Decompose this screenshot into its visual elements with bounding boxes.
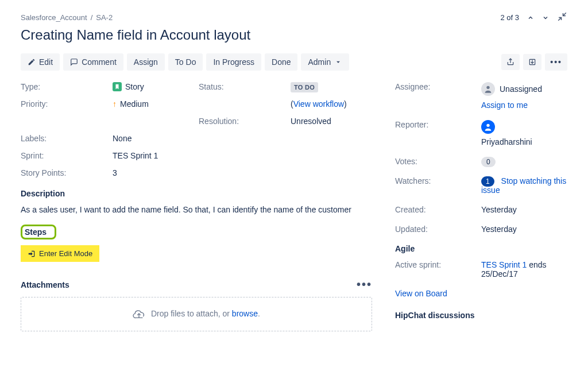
status-label: Status:: [199, 82, 291, 91]
resolution-value: Unresolved: [291, 117, 372, 126]
description-text: As a sales user, I want to add the name …: [21, 204, 372, 215]
pager-next[interactable]: [542, 14, 549, 21]
assign-button[interactable]: Assign: [127, 53, 165, 71]
main-column: Type: Story Status: TO DO Priority: ↑ Me…: [21, 82, 372, 331]
votes-badge: 0: [481, 157, 496, 167]
todo-button[interactable]: To Do: [168, 53, 203, 71]
svg-point-7: [486, 124, 489, 127]
status-lozenge: TO DO: [291, 82, 318, 92]
done-button[interactable]: Done: [265, 53, 297, 71]
comment-icon: [70, 58, 78, 66]
side-column: Assignee: Unassigned Assign to me Report…: [395, 82, 567, 331]
comment-button-label: Comment: [82, 57, 117, 67]
status-value: TO DO: [291, 82, 372, 91]
pager-prev[interactable]: [527, 14, 534, 21]
reporter-value: Priyadharshini: [481, 137, 567, 146]
hipchat-section-title: HipChat discussions: [395, 311, 567, 320]
agile-section-title: Agile: [395, 244, 567, 253]
view-on-board-link[interactable]: View on Board: [395, 289, 447, 298]
breadcrumb-row: Salesforce_Account / SA-2 2 of 3: [21, 11, 567, 24]
type-value: Story: [113, 82, 199, 91]
priority-icon: ↑: [113, 99, 117, 109]
reporter-value-row: [481, 120, 567, 134]
votes-label: Votes:: [395, 157, 481, 166]
enter-edit-mode-label: Enter Edit Mode: [39, 249, 92, 258]
assignee-value-row: Unassigned: [481, 82, 567, 96]
attachments-title: Attachments: [21, 280, 69, 289]
more-actions-button[interactable]: •••: [545, 53, 567, 71]
admin-dropdown[interactable]: Admin: [301, 53, 349, 71]
view-workflow-link[interactable]: View workflow: [293, 99, 344, 109]
labels-label: Labels:: [21, 134, 113, 143]
export-button[interactable]: [523, 54, 541, 70]
breadcrumb-separator: /: [91, 13, 93, 22]
upload-icon: [133, 308, 145, 320]
created-value: Yesterday: [481, 205, 567, 214]
active-sprint-label: Active sprint:: [395, 260, 481, 269]
more-icon: •••: [550, 57, 562, 67]
steps-title: Steps: [21, 225, 56, 239]
resolution-label: Resolution:: [199, 117, 291, 126]
pencil-icon: [28, 58, 36, 66]
sprint-label: Sprint:: [21, 151, 113, 160]
updated-label: Updated:: [395, 225, 481, 234]
chevron-down-icon: [334, 58, 342, 66]
assignee-label: Assignee:: [395, 82, 481, 91]
updated-value: Yesterday: [481, 225, 567, 234]
priority-label: Priority:: [21, 99, 113, 109]
dropzone-text: Drop files to attach, or: [151, 309, 232, 318]
pager-text: 2 of 3: [500, 13, 519, 22]
svg-point-6: [486, 86, 489, 89]
assign-to-me-link[interactable]: Assign to me: [481, 100, 528, 110]
enter-icon: [28, 250, 36, 258]
type-label: Type:: [21, 82, 113, 91]
created-label: Created:: [395, 205, 481, 214]
description-title: Description: [21, 189, 372, 198]
enter-edit-mode-button[interactable]: Enter Edit Mode: [21, 245, 99, 262]
story-points-value: 3: [113, 168, 372, 177]
breadcrumb-project[interactable]: Salesforce_Account: [21, 13, 87, 22]
sprint-value: TES Sprint 1: [113, 151, 372, 160]
breadcrumb-issue-key[interactable]: SA-2: [96, 13, 113, 22]
priority-value: ↑ Medium: [113, 99, 199, 109]
edit-button-label: Edit: [39, 57, 53, 67]
export-icon: [528, 58, 536, 66]
toolbar: Edit Comment Assign To Do In Progress Do…: [21, 53, 567, 71]
page-title: Creating Name field in Account layout: [21, 27, 567, 43]
svg-line-1: [563, 13, 566, 16]
reporter-label: Reporter:: [395, 120, 481, 129]
watchers-label: Watchers:: [395, 176, 481, 185]
attachments-dropzone[interactable]: Drop files to attach, or browse.: [21, 297, 372, 331]
share-icon: [506, 58, 514, 66]
share-button[interactable]: [501, 54, 520, 70]
view-workflow-cell: (View workflow): [291, 99, 372, 109]
story-points-label: Story Points:: [21, 168, 113, 177]
in-progress-button[interactable]: In Progress: [206, 53, 261, 71]
story-icon: [113, 82, 122, 91]
attachments-more-button[interactable]: •••: [357, 278, 372, 291]
browse-link[interactable]: browse: [232, 309, 258, 318]
avatar-unassigned-icon: [481, 82, 495, 96]
avatar-reporter-icon: [481, 120, 495, 134]
svg-line-0: [558, 18, 561, 21]
comment-button[interactable]: Comment: [63, 53, 123, 71]
collapse-icon[interactable]: [557, 11, 567, 24]
labels-value: None: [113, 134, 372, 143]
edit-button[interactable]: Edit: [21, 53, 60, 71]
active-sprint-link[interactable]: TES Sprint 1: [481, 260, 527, 269]
